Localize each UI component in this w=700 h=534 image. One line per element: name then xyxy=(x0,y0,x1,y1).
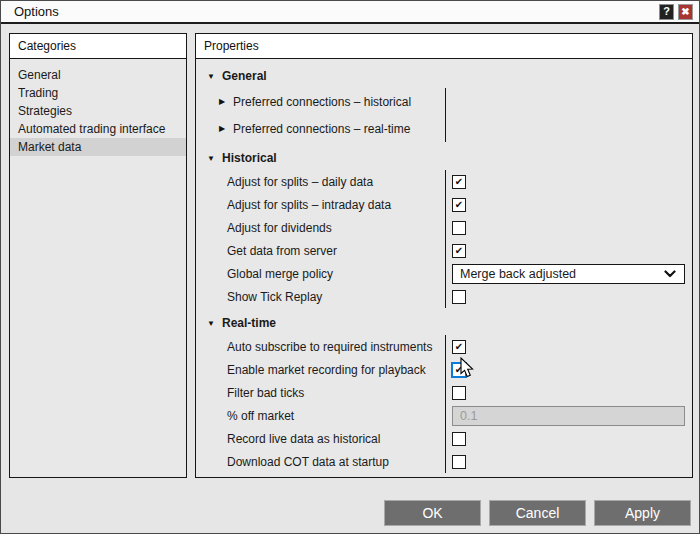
close-icon: ✖ xyxy=(681,7,689,17)
categories-panel: Categories General Trading Strategies Au… xyxy=(9,33,187,478)
expander-preferred-connections-real-time[interactable]: ▶ Preferred connections – real-time xyxy=(196,115,445,142)
expand-arrow-icon: ▶ xyxy=(219,124,227,133)
row-label: Enable market recording for playback xyxy=(196,358,445,381)
row-value: ✔ xyxy=(445,285,692,308)
section-general[interactable]: ▼ General xyxy=(196,64,692,88)
row-adjust-splits-intraday: Adjust for splits – intraday data ✔ xyxy=(196,193,692,216)
adjust-splits-daily-checkbox[interactable]: ✔ xyxy=(452,175,466,189)
auto-subscribe-checkbox[interactable]: ✔ xyxy=(452,340,466,354)
row-value: 0.1 xyxy=(445,404,692,427)
footer: OK Cancel Apply xyxy=(384,500,691,526)
record-live-data-checkbox[interactable]: ✔ xyxy=(452,432,466,446)
row-label: Filter bad ticks xyxy=(196,381,445,404)
row-record-live-data: Record live data as historical ✔ xyxy=(196,427,692,450)
expander-preferred-connections-historical[interactable]: ▶ Preferred connections – historical xyxy=(196,88,445,115)
checkmark-icon: ✔ xyxy=(455,176,463,186)
adjust-dividends-checkbox[interactable]: ✔ xyxy=(452,221,466,235)
properties-panel: Properties ▼ General ▶ Preferred connect… xyxy=(195,33,693,478)
apply-button[interactable]: Apply xyxy=(594,500,691,526)
row-value xyxy=(445,88,692,115)
row-get-data-from-server: Get data from server ✔ xyxy=(196,239,692,262)
row-value: ✔ xyxy=(445,450,692,473)
category-item-trading[interactable]: Trading xyxy=(10,84,186,102)
titlebar-buttons: ? ✖ xyxy=(659,4,699,20)
categories-header: Categories xyxy=(10,34,186,59)
category-item-general[interactable]: General xyxy=(10,66,186,84)
row-label: Adjust for dividends xyxy=(196,216,445,239)
category-item-automated-trading-interface[interactable]: Automated trading interface xyxy=(10,120,186,138)
categories-list: General Trading Strategies Automated tra… xyxy=(10,59,186,156)
titlebar: Options ? ✖ xyxy=(1,1,699,24)
row-label: Global merge policy xyxy=(196,262,445,285)
row-enable-market-recording: Enable market recording for playback ✔ xyxy=(196,358,692,381)
row-auto-subscribe: Auto subscribe to required instruments ✔ xyxy=(196,335,692,358)
checkmark-icon: ✔ xyxy=(455,199,463,209)
expand-arrow-icon: ▶ xyxy=(219,97,227,106)
row-global-merge-policy: Global merge policy Merge back adjusted xyxy=(196,262,692,285)
close-button[interactable]: ✖ xyxy=(678,4,693,20)
collapse-arrow-icon: ▼ xyxy=(206,72,216,81)
options-dialog: Options ? ✖ Categories General Trading S… xyxy=(0,0,700,534)
category-item-market-data[interactable]: Market data xyxy=(10,138,186,156)
help-button[interactable]: ? xyxy=(659,4,674,20)
row-preferred-connections-real-time: ▶ Preferred connections – real-time xyxy=(196,115,692,142)
ok-button[interactable]: OK xyxy=(384,500,481,526)
window-title: Options xyxy=(1,4,59,19)
row-value: ✔ xyxy=(445,427,692,450)
row-pct-off-market: % off market 0.1 xyxy=(196,404,692,427)
row-preferred-connections-historical: ▶ Preferred connections – historical xyxy=(196,88,692,115)
row-value: ✔ xyxy=(445,170,692,193)
show-tick-replay-checkbox[interactable]: ✔ xyxy=(452,290,466,304)
row-label: Download COT data at startup xyxy=(196,450,445,473)
row-label: Show Tick Replay xyxy=(196,285,445,308)
row-value xyxy=(445,115,692,142)
filter-bad-ticks-checkbox[interactable]: ✔ xyxy=(452,386,466,400)
row-label: Get data from server xyxy=(196,239,445,262)
row-label: Record live data as historical xyxy=(196,427,445,450)
category-item-strategies[interactable]: Strategies xyxy=(10,102,186,120)
section-historical[interactable]: ▼ Historical xyxy=(196,146,692,170)
properties-header: Properties xyxy=(196,34,692,59)
checkmark-icon: ✔ xyxy=(455,245,463,255)
adjust-splits-intraday-checkbox[interactable]: ✔ xyxy=(452,198,466,212)
row-value: ✔ xyxy=(445,239,692,262)
global-merge-policy-select[interactable]: Merge back adjusted xyxy=(452,264,685,284)
row-adjust-dividends: Adjust for dividends ✔ xyxy=(196,216,692,239)
row-value: ✔ xyxy=(445,335,692,358)
section-label: Real-time xyxy=(222,316,276,330)
row-label: Adjust for splits – daily data xyxy=(196,170,445,193)
row-value: ✔ xyxy=(445,193,692,216)
row-adjust-splits-daily: Adjust for splits – daily data ✔ xyxy=(196,170,692,193)
row-show-tick-replay: Show Tick Replay ✔ xyxy=(196,285,692,308)
row-label: Adjust for splits – intraday data xyxy=(196,193,445,216)
download-cot-checkbox[interactable]: ✔ xyxy=(452,455,466,469)
row-label: % off market xyxy=(196,404,445,427)
row-value: ✔ xyxy=(445,381,692,404)
pct-off-market-input: 0.1 xyxy=(452,406,685,426)
properties-body: ▼ General ▶ Preferred connections – hist… xyxy=(196,59,692,477)
cancel-button[interactable]: Cancel xyxy=(489,500,586,526)
section-label: General xyxy=(222,69,267,83)
row-value: ✔ xyxy=(445,216,692,239)
enable-market-recording-checkbox[interactable]: ✔ xyxy=(451,362,467,378)
row-label: Preferred connections – real-time xyxy=(233,122,410,136)
get-data-from-server-checkbox[interactable]: ✔ xyxy=(452,244,466,258)
chevron-down-icon xyxy=(664,270,676,278)
section-label: Historical xyxy=(222,151,277,165)
row-download-cot: Download COT data at startup ✔ xyxy=(196,450,692,473)
row-label: Preferred connections – historical xyxy=(233,95,411,109)
row-value: ✔ xyxy=(445,358,692,381)
collapse-arrow-icon: ▼ xyxy=(206,319,216,328)
row-value: Merge back adjusted xyxy=(445,262,692,285)
row-filter-bad-ticks: Filter bad ticks ✔ xyxy=(196,381,692,404)
row-label: Auto subscribe to required instruments xyxy=(196,335,445,358)
section-real-time[interactable]: ▼ Real-time xyxy=(196,311,692,335)
checkmark-icon: ✔ xyxy=(455,341,463,351)
help-icon: ? xyxy=(663,6,670,17)
collapse-arrow-icon: ▼ xyxy=(206,154,216,163)
checkmark-icon: ✔ xyxy=(455,364,463,374)
selected-option: Merge back adjusted xyxy=(460,267,664,281)
